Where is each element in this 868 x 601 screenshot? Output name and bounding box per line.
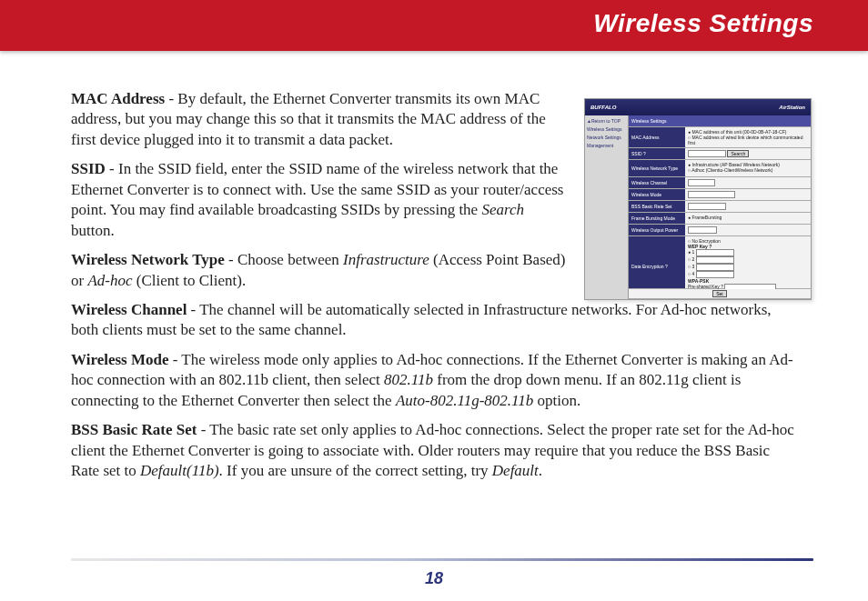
- para-bss: BSS Basic Rate Set - The basic rate set …: [71, 420, 799, 481]
- body-content: MAC Address - By default, the Ethernet C…: [71, 89, 799, 490]
- header-band: Wireless Settings: [0, 0, 868, 51]
- page: Wireless Settings BUFFALO AirStation ▲Re…: [0, 0, 868, 601]
- para-ssid: SSID - In the SSID field, enter the SSID…: [71, 159, 567, 241]
- page-title: Wireless Settings: [593, 9, 813, 38]
- page-number: 18: [0, 569, 868, 588]
- para-wm: Wireless Mode - The wireless mode only a…: [71, 350, 799, 411]
- para-wnt: Wireless Network Type - Choose between I…: [71, 250, 567, 291]
- footer-rule: [71, 558, 813, 561]
- term-wm: Wireless Mode: [71, 351, 169, 368]
- term-wnt: Wireless Network Type: [71, 251, 225, 268]
- emph-auto-mode: Auto-802.11g-802.11b: [396, 392, 533, 409]
- para-mac: MAC Address - By default, the Ethernet C…: [71, 89, 567, 150]
- emph-adhoc: Ad-hoc: [87, 272, 132, 289]
- term-ssid: SSID: [71, 160, 106, 177]
- emph-default11b: Default(11b): [140, 462, 219, 479]
- emph-infrastructure: Infrastructure: [343, 251, 429, 268]
- term-wch: Wireless Channel: [71, 301, 187, 318]
- emph-default: Default: [492, 462, 539, 479]
- term-bss: BSS Basic Rate Set: [71, 421, 197, 438]
- emph-80211b: 802.11b: [384, 371, 433, 388]
- term-mac: MAC Address: [71, 90, 165, 107]
- emph-search: Search: [481, 201, 524, 218]
- para-wch: Wireless Channel - The channel will be a…: [71, 300, 799, 341]
